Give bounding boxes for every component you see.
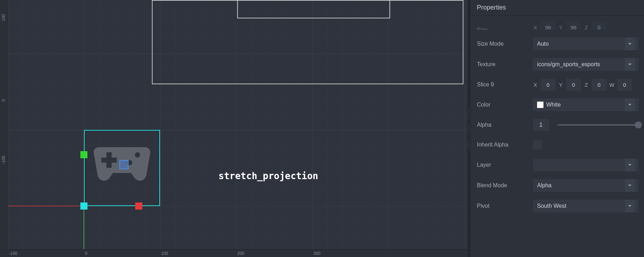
size-y[interactable]: 96: [566, 21, 581, 30]
slice9-z-label: Z: [584, 82, 589, 88]
color-label: Color: [477, 102, 533, 108]
slice9-label: Slice 9: [477, 81, 533, 88]
ruler-x-tick: 200: [237, 251, 244, 256]
blend-mode-value: Alpha: [537, 182, 625, 189]
slice9-w[interactable]: 0: [617, 79, 632, 91]
size-x[interactable]: 96: [541, 21, 555, 30]
app-root: stretch_projection 100 0 -100 -100 0 100…: [0, 0, 644, 257]
color-swatch: [537, 102, 543, 108]
size-mode-value: Auto: [537, 41, 625, 47]
chevron-down-icon: [625, 58, 635, 71]
chevron-down-icon: [625, 159, 635, 171]
slice9-x[interactable]: 0: [541, 79, 555, 91]
row-layer: Layer: [477, 159, 638, 171]
alpha-label: Alpha: [477, 122, 533, 128]
ruler-x-tick: 300: [313, 251, 320, 256]
slice9-y-label: Y: [558, 82, 563, 88]
ruler-x-tick: 100: [161, 251, 168, 256]
slice9-z[interactable]: 0: [592, 79, 606, 91]
size-label: Size: [477, 27, 533, 30]
scene-bounds-left: [237, 0, 390, 18]
row-texture: Texture icons/gm_sports_esports: [477, 58, 638, 71]
inherit-alpha-checkbox[interactable]: [533, 140, 542, 149]
color-value: White: [546, 102, 625, 108]
slice9-y[interactable]: 0: [566, 79, 581, 91]
inherit-alpha-label: Inherit Alpha: [477, 142, 533, 148]
gizmo-handle-origin[interactable]: [80, 202, 87, 210]
row-pivot: Pivot South West: [477, 200, 638, 212]
pivot-value: South West: [537, 203, 625, 209]
ruler-y-tick: -100: [1, 156, 6, 164]
slice9-w-label: W: [609, 82, 614, 88]
row-color: Color White: [477, 98, 638, 111]
size-x-label: X: [533, 24, 538, 30]
size-z[interactable]: 0: [592, 21, 606, 30]
alpha-input[interactable]: 1: [533, 119, 549, 131]
size-mode-dropdown[interactable]: Auto: [533, 38, 638, 50]
row-size: Size X 96 Y 96 Z 0: [477, 18, 638, 30]
chevron-down-icon: [625, 98, 635, 111]
properties-panel: Properties Size X 96 Y 96 Z 0 Size Mode: [471, 0, 644, 257]
panel-title: Properties: [471, 0, 644, 16]
ruler-x-tick: -100: [9, 251, 17, 256]
row-size-mode: Size Mode Auto: [477, 38, 638, 50]
texture-dropdown[interactable]: icons/gm_sports_esports: [533, 58, 638, 71]
gizmo-handle-y[interactable]: [80, 151, 87, 158]
pivot-label: Pivot: [477, 203, 533, 209]
chevron-down-icon: [625, 200, 635, 212]
blend-mode-dropdown[interactable]: Alpha: [533, 179, 638, 192]
blend-mode-label: Blend Mode: [477, 182, 533, 189]
ruler-y-tick: 0: [1, 99, 6, 102]
alpha-slider-thumb[interactable]: [635, 121, 642, 128]
ruler-y-tick: 100: [1, 14, 6, 21]
size-y-label: Y: [558, 24, 563, 30]
pivot-dropdown[interactable]: South West: [533, 200, 638, 212]
splitter[interactable]: [468, 0, 471, 257]
ruler-x: -100 0 100 200 300: [0, 249, 468, 257]
slice9-x-label: X: [533, 82, 538, 88]
axis-x: [0, 206, 84, 206]
row-alpha: Alpha 1: [477, 119, 638, 131]
row-blend-mode: Blend Mode Alpha: [477, 179, 638, 192]
ruler-x-tick: 0: [85, 251, 87, 256]
chevron-down-icon: [625, 179, 635, 192]
panel-body: Size X 96 Y 96 Z 0 Size Mode Auto: [471, 16, 644, 215]
color-dropdown[interactable]: White: [533, 98, 638, 111]
scene-viewport[interactable]: stretch_projection 100 0 -100 -100 0 100…: [0, 0, 468, 257]
layer-label: Layer: [477, 162, 533, 168]
node-label: stretch_projection: [218, 171, 318, 181]
texture-value: icons/gm_sports_esports: [537, 61, 625, 68]
row-slice9: Slice 9 X 0 Y 0 Z 0 W 0: [477, 79, 638, 91]
layer-dropdown[interactable]: [533, 159, 638, 171]
gizmo-handle-xy[interactable]: [119, 160, 129, 169]
alpha-slider[interactable]: [558, 124, 638, 126]
axis-y: [84, 206, 84, 256]
row-inherit-alpha: Inherit Alpha: [477, 139, 638, 151]
chevron-down-icon: [625, 38, 635, 50]
scene-bounds-base: [152, 84, 463, 84]
gizmo-handle-x[interactable]: [135, 202, 142, 210]
ruler-y: 100 0 -100: [0, 0, 8, 249]
texture-label: Texture: [477, 61, 533, 68]
size-mode-label: Size Mode: [477, 41, 533, 47]
size-z-label: Z: [584, 24, 589, 30]
